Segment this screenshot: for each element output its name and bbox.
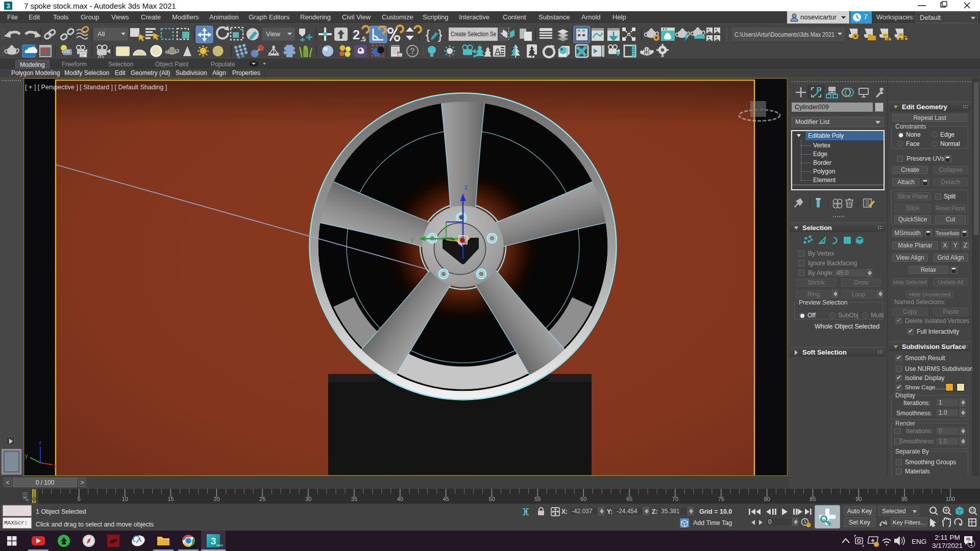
svg-text:3: 3 (6, 2, 10, 10)
svg-text:65: 65 (626, 496, 632, 502)
svg-text:20: 20 (213, 496, 219, 502)
svg-text:MAX: MAX (216, 544, 223, 547)
svg-text:85: 85 (810, 496, 816, 502)
svg-text:75: 75 (718, 496, 724, 502)
svg-text:55: 55 (534, 496, 541, 502)
svg-text:50: 50 (488, 496, 495, 502)
svg-text:3/17/2021: 3/17/2021 (932, 542, 963, 549)
svg-text:45: 45 (443, 496, 449, 502)
svg-text:z: z (39, 439, 42, 445)
svg-text:2:11 PM: 2:11 PM (935, 534, 960, 541)
svg-text:25: 25 (259, 496, 265, 502)
svg-text:10: 10 (122, 496, 128, 502)
svg-text:35: 35 (351, 496, 357, 502)
svg-text:LEFT: LEFT (754, 107, 765, 112)
svg-text:30: 30 (305, 496, 311, 502)
svg-text:{: { (426, 28, 430, 42)
svg-text:}: } (438, 28, 442, 42)
svg-text:z: z (464, 184, 468, 191)
svg-text:90: 90 (855, 496, 862, 502)
svg-text:60: 60 (580, 496, 586, 502)
svg-text:95: 95 (901, 496, 908, 502)
svg-text:y: y (411, 236, 414, 243)
svg-text:3: 3 (211, 536, 216, 546)
svg-text:2: 2 (353, 28, 360, 42)
svg-text:40: 40 (397, 496, 403, 502)
svg-text:x: x (54, 463, 57, 469)
svg-text:?: ? (410, 47, 415, 56)
svg-text:All: All (97, 30, 105, 38)
svg-text:0: 0 (32, 496, 35, 502)
svg-text:70: 70 (672, 496, 678, 502)
svg-text:y: y (25, 453, 28, 459)
svg-text:5: 5 (78, 496, 81, 502)
svg-text:.5: .5 (360, 35, 366, 43)
svg-text:x: x (466, 233, 469, 239)
svg-text:[ + ] [ Perspective ] [ Standa: [ + ] [ Perspective ] [ Standard ] [ Def… (25, 84, 167, 91)
svg-text:View: View (266, 30, 281, 38)
svg-text:1: 1 (970, 541, 973, 547)
svg-text:100: 100 (946, 496, 955, 502)
svg-text:80: 80 (764, 496, 770, 502)
svg-text:15: 15 (167, 496, 174, 502)
svg-text:Create Selection Se: Create Selection Se (451, 31, 496, 38)
svg-text:C:\Users\Artur\Documents\3ds M: C:\Users\Artur\Documents\3ds Max 2021 (734, 31, 835, 38)
svg-text:ENG: ENG (912, 538, 926, 545)
